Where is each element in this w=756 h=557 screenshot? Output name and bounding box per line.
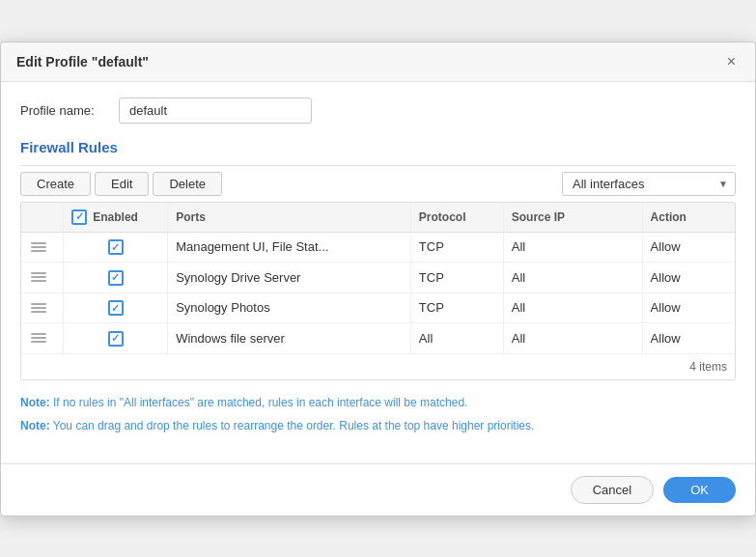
notes-section: Note: If no rules in "All interfaces" ar… (20, 394, 736, 434)
profile-name-input[interactable] (119, 97, 312, 124)
drag-handle-cell (21, 323, 64, 353)
action-cell: Allow (642, 323, 735, 353)
table-row: ✓Synology PhotosTCPAllAllow (21, 292, 735, 323)
note-2: Note: You can drag and drop the rules to… (20, 417, 736, 434)
drag-handle-cell (21, 263, 64, 293)
protocol-cell: TCP (410, 292, 503, 323)
edit-profile-dialog: Edit Profile "default" × Profile name: F… (0, 42, 756, 516)
firewall-table: ✓ Enabled Ports Protocol Source IP Actio… (21, 203, 735, 353)
source-ip-cell: All (503, 232, 642, 263)
ports-header: Ports (168, 203, 411, 233)
ports-cell: Windows file server (168, 323, 411, 353)
dialog-body: Profile name: Firewall Rules Create Edit… (1, 82, 755, 463)
source-ip-cell: All (503, 292, 642, 323)
row-checkmark[interactable]: ✓ (108, 300, 124, 316)
protocol-cell: TCP (410, 263, 503, 293)
create-button[interactable]: Create (20, 172, 91, 196)
table-row: ✓Management UI, File Stat...TCPAllAllow (21, 232, 735, 263)
header-checkmark: ✓ (71, 209, 87, 225)
close-button[interactable]: × (723, 52, 740, 71)
drag-handle[interactable] (29, 331, 55, 345)
note-2-label: Note: (20, 419, 50, 432)
action-header: Action (642, 203, 735, 233)
section-title: Firewall Rules (20, 139, 736, 155)
note-2-text: You can drag and drop the rules to rearr… (53, 419, 535, 432)
header-checkbox-group: ✓ Enabled (71, 209, 138, 225)
drag-header (21, 203, 64, 233)
interface-select-wrapper: All interfaces LAN WAN ▼ (562, 172, 736, 196)
ok-button[interactable]: OK (663, 477, 736, 503)
toolbar: Create Edit Delete All interfaces LAN WA… (20, 165, 736, 202)
source-ip-cell: All (503, 323, 642, 353)
drag-handle-cell (21, 232, 64, 263)
row-checkmark[interactable]: ✓ (108, 270, 124, 286)
drag-handle[interactable] (29, 240, 55, 254)
drag-handle[interactable] (29, 301, 55, 315)
edit-button[interactable]: Edit (95, 172, 149, 196)
cancel-button[interactable]: Cancel (571, 476, 654, 504)
dialog-title: Edit Profile "default" (16, 54, 149, 70)
table-body: ✓Management UI, File Stat...TCPAllAllow✓… (21, 232, 735, 353)
enabled-cell: ✓ (64, 232, 168, 263)
dialog-header: Edit Profile "default" × (1, 42, 755, 82)
firewall-table-wrapper: ✓ Enabled Ports Protocol Source IP Actio… (20, 202, 736, 380)
enabled-header: ✓ Enabled (64, 203, 168, 233)
enabled-header-label: Enabled (93, 210, 138, 224)
enabled-cell: ✓ (64, 323, 168, 353)
table-header-row: ✓ Enabled Ports Protocol Source IP Actio… (21, 203, 735, 233)
drag-handle[interactable] (29, 270, 55, 284)
dialog-footer: Cancel OK (1, 463, 755, 515)
ports-cell: Management UI, File Stat... (168, 232, 411, 263)
action-cell: Allow (642, 263, 735, 293)
ports-cell: Synology Photos (168, 292, 411, 323)
source-ip-header: Source IP (503, 203, 642, 233)
ports-cell: Synology Drive Server (168, 263, 411, 293)
source-ip-cell: All (503, 263, 642, 293)
note-1-label: Note: (20, 396, 50, 409)
note-1-text: If no rules in "All interfaces" are matc… (53, 396, 467, 409)
delete-button[interactable]: Delete (153, 172, 222, 196)
protocol-cell: TCP (410, 232, 503, 263)
profile-name-row: Profile name: (20, 97, 736, 124)
table-row: ✓Synology Drive ServerTCPAllAllow (21, 263, 735, 293)
enabled-cell: ✓ (64, 263, 168, 293)
drag-handle-cell (21, 292, 64, 323)
row-checkmark[interactable]: ✓ (108, 239, 124, 255)
note-1: Note: If no rules in "All interfaces" ar… (20, 394, 736, 411)
row-checkmark[interactable]: ✓ (108, 331, 124, 347)
protocol-cell: All (410, 323, 503, 353)
items-count: 4 items (21, 353, 735, 379)
interface-select[interactable]: All interfaces LAN WAN (562, 172, 736, 196)
protocol-header: Protocol (410, 203, 503, 233)
action-cell: Allow (642, 232, 735, 263)
profile-name-label: Profile name: (20, 103, 107, 118)
enabled-cell: ✓ (64, 292, 168, 323)
action-cell: Allow (642, 292, 735, 323)
table-row: ✓Windows file serverAllAllAllow (21, 323, 735, 353)
